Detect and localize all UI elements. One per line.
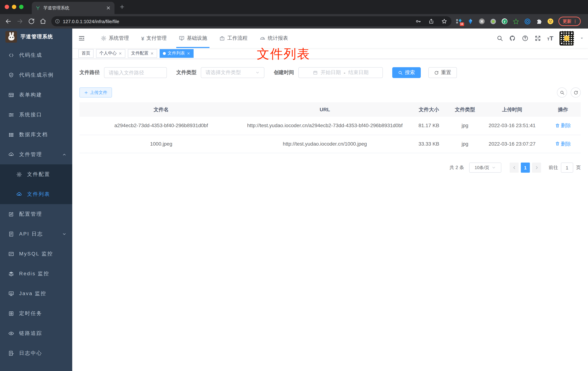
sidebar-item-db-doc[interactable]: 数据库文档 (0, 125, 72, 145)
start-date-placeholder[interactable]: 开始日期 (321, 69, 341, 76)
upload-file-button[interactable]: 上传文件 (79, 87, 112, 97)
extension-command-icon[interactable]: ⌘ (479, 18, 485, 24)
extension-star-icon[interactable] (513, 18, 519, 24)
help-icon[interactable] (522, 35, 528, 42)
profile-avatar-emoji[interactable] (547, 18, 553, 24)
browser-update-button[interactable]: 更新 (558, 17, 581, 26)
sidebar-item-scheduled-tasks[interactable]: 定时任务 (0, 303, 72, 323)
sidebar-item-code-gen[interactable]: 代码生成 (0, 45, 72, 65)
goto-page-input-field[interactable] (561, 163, 573, 172)
column-header-url: URL (243, 102, 407, 117)
refresh-icon (434, 70, 439, 75)
top-menu-report[interactable]: 统计报表 (254, 29, 294, 48)
top-menu-infrastructure[interactable]: 基础设施 (173, 29, 213, 48)
tag-close-icon[interactable] (118, 52, 122, 55)
tag-home[interactable]: 首页 (78, 49, 94, 58)
app-logo[interactable]: 芋道管理系统 (0, 29, 72, 45)
extension-dot-icon[interactable] (490, 18, 496, 24)
share-icon[interactable] (428, 18, 434, 24)
top-menu-payment[interactable]: ¥ 支付管理 (135, 29, 173, 48)
extensions-puzzle-icon[interactable] (536, 18, 542, 24)
delete-button[interactable]: 删除 (555, 140, 571, 147)
tag-profile[interactable]: 个人中心 (96, 49, 125, 58)
window-close-button[interactable] (5, 5, 9, 9)
sidebar-item-api-log[interactable]: API 日志 (0, 224, 72, 244)
file-path-input-field[interactable] (109, 70, 162, 75)
tag-file-list[interactable]: 文件列表 (160, 49, 194, 58)
new-tab-button[interactable] (119, 4, 125, 10)
extension-kite-icon[interactable] (467, 18, 473, 24)
window-minimize-button[interactable] (12, 5, 16, 9)
file-path-label: 文件路径 (79, 69, 100, 76)
cloud-upload-icon (16, 191, 22, 197)
file-type-select[interactable]: 请选择文件类型 (201, 67, 264, 78)
forward-icon[interactable] (17, 18, 23, 25)
tag-close-icon[interactable] (150, 52, 154, 55)
sidebar-item-redis-monitor[interactable]: Redis 监控 (0, 264, 72, 284)
page-size-select[interactable]: 10条/页 (469, 163, 501, 173)
address-bar[interactable]: 127.0.0.1:1024/infra/file/file (51, 16, 452, 26)
sidebar-item-file-management[interactable]: 文件管理 (0, 145, 72, 164)
prev-page-button[interactable] (510, 163, 519, 173)
tab-close-icon[interactable] (106, 5, 111, 11)
home-icon[interactable] (40, 18, 46, 25)
sidebar-item-tracing[interactable]: 链路追踪 (0, 323, 72, 343)
delete-button[interactable]: 删除 (555, 122, 571, 129)
column-header-actions: 操作 (545, 102, 581, 117)
sidebar-item-file-config[interactable]: 文件配置 (0, 164, 72, 184)
next-page-button[interactable] (532, 163, 541, 173)
sidebar-item-config-management[interactable]: 配置管理 (0, 204, 72, 224)
font-size-icon[interactable]: TT (547, 35, 553, 41)
extension-y-icon[interactable]: y (502, 18, 507, 24)
tag-close-icon[interactable] (187, 52, 190, 55)
sidebar-item-code-gen-demo[interactable]: 代码生成示例 (0, 65, 72, 85)
header-search-icon[interactable] (497, 35, 503, 42)
sidebar-item-java-monitor[interactable]: Java 监控 (0, 284, 72, 303)
top-menu-system[interactable]: 系统管理 (95, 29, 135, 48)
table-header-row: 文件名 URL 文件大小 文件类型 上传时间 操作 (79, 102, 581, 117)
goto-page-input[interactable] (561, 163, 573, 173)
url-text[interactable]: 127.0.0.1:1024/infra/file/file (63, 19, 412, 24)
end-date-placeholder[interactable]: 结束日期 (348, 69, 368, 76)
sidebar-item-mysql-monitor[interactable]: MySQL 监控 (0, 244, 72, 264)
extension-grid-icon[interactable]: 11 (456, 18, 462, 24)
file-table: 文件名 URL 文件大小 文件类型 上传时间 操作 a294ecb2-73dd-… (79, 102, 581, 153)
bookmark-star-icon[interactable] (441, 18, 447, 24)
code-icon (8, 52, 14, 58)
top-menu-workflow[interactable]: 工作流程 (213, 29, 254, 48)
file-path-input[interactable] (104, 67, 167, 78)
back-icon[interactable] (5, 18, 11, 25)
trash-icon (555, 123, 560, 128)
sidebar-item-file-list[interactable]: 文件列表 (0, 184, 72, 204)
site-info-icon[interactable] (55, 19, 60, 24)
extension-eye-icon[interactable] (525, 18, 531, 24)
avatar-caret-icon[interactable] (580, 36, 584, 40)
sidebar-item-log-center[interactable]: 日志中心 (0, 343, 72, 363)
page-number-1[interactable]: 1 (521, 163, 530, 173)
browser-tab[interactable]: 芋道管理系统 (32, 2, 115, 14)
cell-url: http://test.yudao.iocoder.cn/1000.jpeg (243, 135, 407, 153)
github-icon[interactable] (509, 35, 516, 42)
dashboard-icon (260, 35, 266, 41)
fullscreen-icon[interactable] (535, 35, 541, 42)
reset-button[interactable]: 重置 (428, 67, 457, 78)
browser-menu-icon[interactable] (573, 19, 578, 24)
edit-square-icon (8, 211, 14, 217)
cell-actions: 删除 (545, 117, 581, 135)
sidebar-item-form-builder[interactable]: 表单构建 (0, 85, 72, 105)
column-header-size: 文件大小 (407, 102, 451, 117)
refresh-table-button[interactable] (571, 87, 581, 97)
briefcase-icon (220, 35, 225, 41)
reload-icon[interactable] (28, 18, 35, 25)
search-button[interactable]: 搜索 (392, 67, 421, 78)
toggle-search-button[interactable] (557, 87, 567, 97)
date-range-picker[interactable]: 开始日期 - 结束日期 (298, 67, 383, 78)
window-zoom-button[interactable] (19, 5, 23, 9)
user-avatar[interactable] (559, 31, 574, 45)
tag-file-config[interactable]: 文件配置 (128, 49, 157, 58)
password-key-icon[interactable] (415, 18, 421, 24)
sidebar-item-system-api[interactable]: 系统接口 (0, 105, 72, 125)
eye-icon (8, 330, 14, 336)
sidebar-collapse-icon[interactable] (78, 35, 85, 42)
cell-url: http://test.yudao.iocoder.cn/a294ecb2-73… (243, 117, 407, 135)
